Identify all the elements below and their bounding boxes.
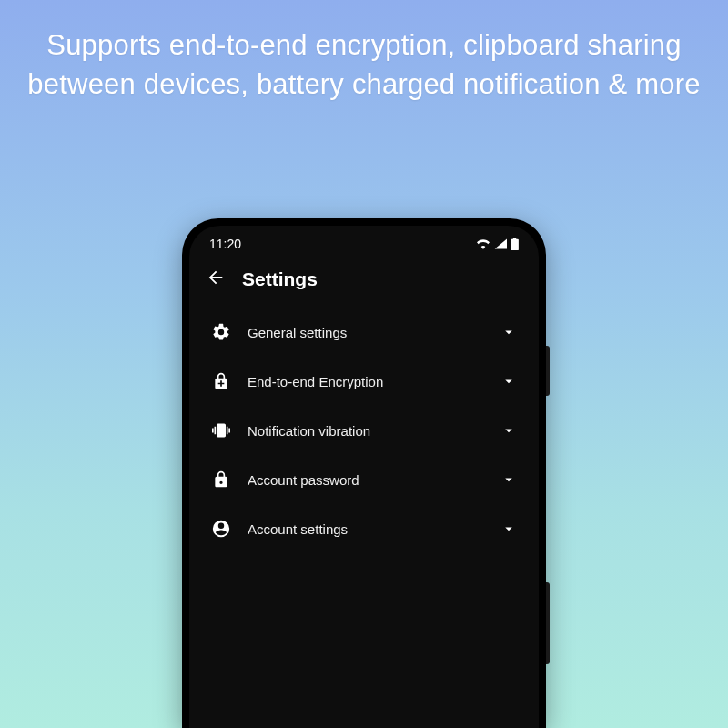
wifi-icon — [476, 238, 490, 249]
settings-row-password[interactable]: Account password — [202, 455, 526, 504]
phone-side-button — [546, 582, 550, 664]
promo-headline: Supports end-to-end encryption, clipboar… — [0, 25, 728, 105]
settings-row-general[interactable]: General settings — [202, 308, 526, 357]
chevron-down-icon — [500, 324, 517, 340]
app-bar: Settings — [189, 257, 539, 308]
lock-plus-icon — [211, 371, 231, 391]
back-icon[interactable] — [206, 268, 226, 291]
chevron-down-icon — [500, 521, 517, 537]
page-title: Settings — [242, 268, 318, 290]
status-bar: 11:20 — [189, 226, 539, 257]
signal-icon — [494, 238, 507, 249]
chevron-down-icon — [500, 373, 517, 389]
lock-icon — [211, 470, 231, 490]
chevron-down-icon — [500, 471, 517, 488]
phone-screen: 11:20 Settings — [189, 226, 539, 728]
settings-row-account[interactable]: Account settings — [202, 504, 526, 553]
settings-row-label: Notification vibration — [248, 423, 484, 439]
settings-row-label: Account settings — [248, 521, 484, 537]
account-icon — [211, 519, 231, 539]
phone-frame: 11:20 Settings — [182, 218, 546, 728]
gear-icon — [211, 322, 231, 342]
status-time: 11:20 — [209, 237, 241, 251]
settings-row-label: General settings — [248, 325, 484, 340]
battery-icon — [511, 238, 519, 250]
settings-row-vibration[interactable]: Notification vibration — [202, 406, 526, 455]
settings-row-label: End-to-end Encryption — [248, 374, 484, 389]
settings-row-encryption[interactable]: End-to-end Encryption — [202, 357, 526, 406]
settings-list: General settings End-to-end Encryption — [189, 308, 539, 553]
vibrate-icon — [211, 420, 231, 440]
phone-side-button — [546, 346, 550, 396]
chevron-down-icon — [500, 422, 517, 439]
settings-row-label: Account password — [248, 472, 484, 488]
